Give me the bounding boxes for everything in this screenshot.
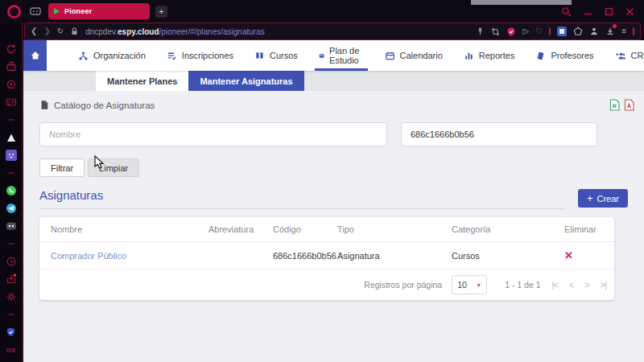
- divider: [8, 306, 14, 323]
- close-button[interactable]: [625, 7, 634, 16]
- search-icon[interactable]: [561, 6, 572, 17]
- sidebar-setup-icon[interactable]: [573, 27, 583, 36]
- new-tab-button[interactable]: +: [155, 6, 167, 18]
- adblock-shield-icon[interactable]: [6, 323, 16, 341]
- reportes-icon: [464, 51, 474, 61]
- separator: [549, 27, 551, 35]
- calendario-icon: [385, 51, 395, 61]
- gx-store-icon[interactable]: [6, 58, 17, 76]
- nav-item-profesores[interactable]: Profesores: [525, 40, 604, 71]
- row-tipo: Asignatura: [337, 251, 452, 261]
- nav-item-cursos[interactable]: Cursos: [244, 40, 308, 71]
- lock-icon[interactable]: [70, 27, 79, 36]
- crm-icon: [615, 51, 626, 61]
- sidebar-overflow-icon[interactable]: ⋯: [7, 359, 15, 362]
- crear-button[interactable]: + Crear: [578, 189, 628, 208]
- col-categoria: Categoría: [452, 224, 564, 234]
- col-codigo: Código: [273, 224, 337, 234]
- export-excel-icon[interactable]: [609, 99, 620, 111]
- first-page-icon[interactable]: |<: [552, 280, 558, 290]
- table-row: Comprador Público 686c1666b0b56 Asignatu…: [39, 242, 614, 269]
- pinned-site-icon[interactable]: [6, 129, 17, 146]
- url-text[interactable]: dncpdev.espy.cloud/pioneer/#/planes/asig…: [85, 27, 265, 36]
- nombre-filter-input[interactable]: [39, 122, 387, 146]
- table-header-row: Nombre Abreviatura Código Tipo Categoría…: [39, 217, 614, 242]
- nav-item-crm[interactable]: CRM: [605, 40, 644, 71]
- extension-icon[interactable]: [557, 27, 567, 36]
- bookmark-heart-icon[interactable]: ♡: [535, 27, 543, 35]
- delete-row-icon[interactable]: ✕: [564, 249, 603, 261]
- settings-gear-icon[interactable]: [6, 288, 17, 306]
- nav-item-calendario[interactable]: Calendario: [374, 40, 453, 71]
- download-badge-dot: [613, 24, 617, 28]
- forward-icon[interactable]: ❯: [43, 27, 50, 35]
- browser-window: Pioneer + ❮ ❯ ↻ dncpdev.espy.cloud/pione…: [0, 0, 644, 362]
- browser-tab-pioneer[interactable]: Pioneer: [48, 3, 150, 19]
- home-button[interactable]: [23, 40, 47, 71]
- col-eliminar: Eliminar: [564, 224, 603, 234]
- downloads-icon[interactable]: [605, 27, 615, 36]
- pin-icon[interactable]: [476, 27, 485, 36]
- page-title: Catálogo de Asignaturas: [54, 101, 155, 110]
- shield-badge-icon[interactable]: [506, 27, 516, 37]
- caret-down-icon: ▼: [476, 282, 481, 288]
- maximize-button[interactable]: [605, 7, 613, 16]
- codigo-filter-input[interactable]: [401, 122, 597, 146]
- last-page-icon[interactable]: >|: [601, 280, 606, 290]
- cursos-icon: [254, 51, 265, 61]
- pagination-bar: Registros por página 10 ▼ 1 - 1 de 1 |< …: [39, 269, 614, 300]
- menu-icon[interactable]: ≡: [621, 27, 626, 35]
- aria-ai-icon[interactable]: [6, 76, 17, 93]
- app-navbar: Organización Inscripciones Cursos Plan d…: [23, 40, 644, 71]
- telegram-icon[interactable]: [6, 200, 17, 217]
- mouse-cursor: [94, 155, 105, 170]
- tab-mantener-asignaturas[interactable]: Mantener Asignaturas: [188, 71, 303, 91]
- discord-icon[interactable]: [6, 217, 17, 235]
- row-codigo: 686c1666b0b56: [273, 251, 337, 261]
- export-pdf-icon[interactable]: [624, 99, 634, 111]
- gx-sidebar: GX ⋯: [0, 23, 23, 362]
- organizacion-icon: [78, 51, 89, 61]
- next-page-icon[interactable]: >: [584, 280, 588, 290]
- tab-title: Pioneer: [64, 7, 92, 15]
- pinned-app-icon[interactable]: [6, 146, 17, 164]
- plan-de-estudio-icon: [319, 51, 324, 61]
- col-tipo: Tipo: [337, 224, 452, 234]
- pagination-range: 1 - 1 de 1: [505, 280, 540, 290]
- subtab-row: Mantener Planes Mantener Asignaturas: [23, 71, 644, 91]
- row-nombre-link[interactable]: Comprador Público: [51, 251, 208, 261]
- opera-logo-icon[interactable]: [7, 5, 21, 19]
- refresh-icon[interactable]: [6, 40, 17, 58]
- profile-icon[interactable]: [589, 27, 599, 36]
- history-icon[interactable]: [6, 253, 17, 270]
- minimize-button[interactable]: [584, 7, 592, 16]
- section-title: Asignaturas: [39, 188, 103, 202]
- nav-item-plan-de-estudio[interactable]: Plan de Estudio: [308, 40, 374, 71]
- document-icon: [39, 100, 49, 110]
- whatsapp-icon[interactable]: [6, 182, 17, 200]
- nav-item-inscripciones[interactable]: Inscripciones: [156, 40, 244, 71]
- gx-downloads-icon[interactable]: [6, 270, 17, 288]
- asignaturas-table: Nombre Abreviatura Código Tipo Categoría…: [39, 217, 614, 300]
- prev-page-icon[interactable]: <: [569, 280, 573, 290]
- nav-item-reportes[interactable]: Reportes: [453, 40, 526, 71]
- workspace-icon[interactable]: [30, 6, 41, 16]
- tab-mantener-planes[interactable]: Mantener Planes: [96, 71, 188, 91]
- col-abreviatura: Abreviatura: [208, 224, 273, 234]
- web-app: Organización Inscripciones Cursos Plan d…: [23, 40, 644, 362]
- reload-icon[interactable]: ↻: [57, 27, 64, 35]
- nav-item-organizacion[interactable]: Organización: [68, 40, 156, 71]
- address-bar[interactable]: ❮ ❯ ↻ dncpdev.espy.cloud/pioneer/#/plane…: [24, 23, 641, 40]
- favicon-play-icon: [54, 8, 60, 14]
- divider: [8, 111, 14, 129]
- player-card-icon[interactable]: [6, 93, 17, 111]
- col-nombre: Nombre: [51, 224, 208, 234]
- row-categoria: Cursos: [452, 251, 564, 261]
- back-icon[interactable]: ❮: [31, 27, 37, 35]
- browser-tab-bar: Pioneer +: [0, 0, 644, 23]
- separator: [633, 27, 634, 35]
- page-size-select[interactable]: 10 ▼: [452, 275, 487, 294]
- snapshot-icon[interactable]: [491, 27, 500, 36]
- filtrar-button[interactable]: Filtrar: [39, 158, 85, 177]
- flow-icon[interactable]: ▷: [522, 27, 529, 35]
